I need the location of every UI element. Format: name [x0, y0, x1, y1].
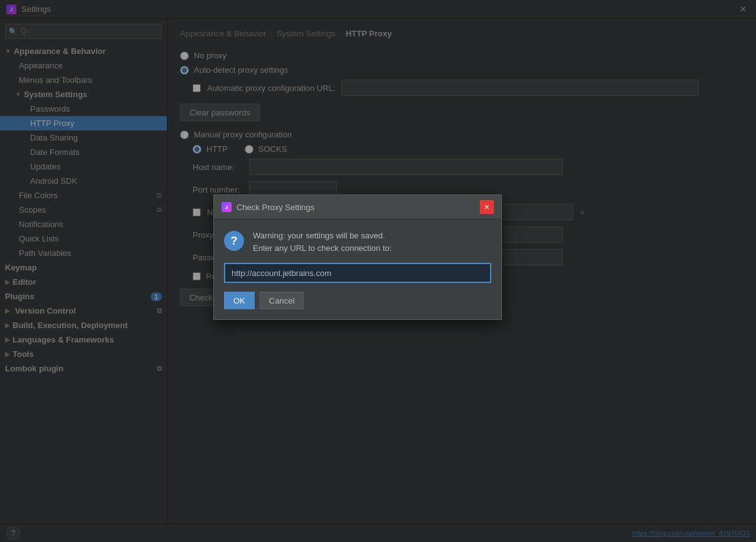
dialog-close-button[interactable]: ×: [480, 200, 494, 214]
dialog-title: Check Proxy Settings: [237, 203, 314, 212]
dialog-cancel-button[interactable]: Cancel: [260, 292, 304, 309]
dialog-url-input[interactable]: [224, 263, 491, 283]
dialog-content-row: ? Warning: your settings will be saved. …: [224, 230, 491, 254]
dialog-ok-button[interactable]: OK: [224, 292, 255, 309]
dialog-body: ? Warning: your settings will be saved. …: [214, 220, 501, 319]
dialog-title-left: J Check Proxy Settings: [221, 202, 314, 212]
dialog-buttons: OK Cancel: [224, 292, 491, 309]
dialog-overlay: J Check Proxy Settings × ? Warning: your…: [0, 0, 756, 542]
dialog-warning-icon: ?: [224, 231, 244, 251]
check-proxy-dialog: J Check Proxy Settings × ? Warning: your…: [213, 194, 502, 320]
dialog-app-icon: J: [221, 202, 232, 212]
dialog-message: Warning: your settings will be saved. En…: [253, 230, 391, 254]
dialog-title-bar: J Check Proxy Settings ×: [214, 195, 501, 220]
